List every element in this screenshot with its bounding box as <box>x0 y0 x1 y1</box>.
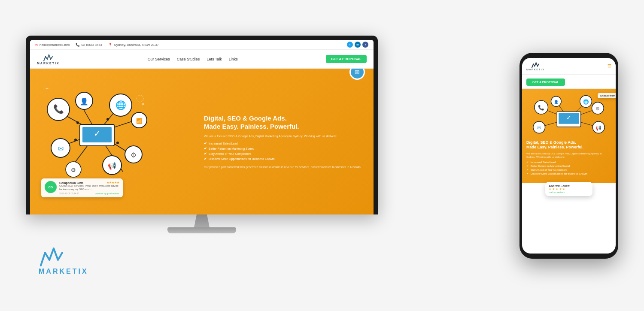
phone-bullet-2: ✔Better Return on Marketing Spend <box>526 164 611 167</box>
popup-stars: ★ ★ ★ ★ ★ <box>549 187 589 191</box>
hero-right: ✉ Digital, SEO & Google Ads. Made Easy. … <box>200 114 367 169</box>
phone-nav: MARKETIX ≡ <box>522 58 616 75</box>
phone-cta-bar: GET A PROPOSAL <box>522 75 616 89</box>
nav-logo: MARKETIX <box>37 53 60 65</box>
nav-link-case-studies[interactable]: Case Studies <box>177 57 200 61</box>
website-hero: + + <box>30 69 374 214</box>
svg-text:🌐: 🌐 <box>115 100 126 110</box>
svg-text:✓: ✓ <box>566 114 571 121</box>
review-content: Companion Gifts ★★★★★ GURU SEO Services.… <box>59 181 119 195</box>
desktop-mockup: ✉ hello@marketix.info 📞 02 8033 8464 📍 S… <box>26 36 378 233</box>
svg-text:✉: ✉ <box>58 145 64 152</box>
monitor-frame: ✉ hello@marketix.info 📞 02 8033 8464 📍 S… <box>26 36 378 214</box>
phone-check-4: ✔ <box>526 172 529 175</box>
phone-illustration-svg: 📞 👤 🌐 ⚙ ✉ <box>526 95 611 138</box>
email-text: hello@marketix.info <box>39 43 70 47</box>
svg-text:⚙: ⚙ <box>71 167 76 173</box>
deco-plus-1: + <box>46 86 49 92</box>
phone-check-3: ✔ <box>526 168 529 171</box>
phone-icon: 📞 <box>76 43 80 47</box>
topbar-socials: t in f <box>347 42 368 48</box>
bullet-1: ✔Increased Sales/Lead <box>204 142 367 145</box>
hero-bullets: ✔Increased Sales/Lead ✔Better Return on … <box>204 142 367 161</box>
svg-point-8 <box>76 121 79 124</box>
svg-text:⚙: ⚙ <box>595 106 600 111</box>
review-date: 2023-11-09 03:14:37 <box>59 192 79 195</box>
bullet-3: ✔Stay Ahead of Your Competitors <box>204 152 367 156</box>
check-icon-4: ✔ <box>204 157 207 161</box>
phone-cta-button[interactable]: GET A PROPOSAL <box>526 79 565 86</box>
phone-check-1: ✔ <box>526 160 529 163</box>
svg-text:📢: 📢 <box>108 162 116 170</box>
nav-link-links[interactable]: Links <box>229 57 238 61</box>
twitter-icon[interactable]: t <box>347 42 353 48</box>
illustration-svg: 📞 👤 🌐 📶 <box>37 82 157 184</box>
popup-read-reviews[interactable]: read our reviews <box>549 191 589 193</box>
svg-text:👤: 👤 <box>554 100 559 105</box>
monitor-screen: ✉ hello@marketix.info 📞 02 8033 8464 📍 S… <box>30 40 374 214</box>
nav-links: Our Services Case Studies Lets Talk Link… <box>148 57 238 61</box>
logo-svg-icon <box>43 53 53 62</box>
bottom-logo-text: MARKETIX <box>39 268 88 275</box>
svg-text:✓: ✓ <box>94 129 101 138</box>
topbar-location: 📍 Sydney, Australia, NSW 2137 <box>108 43 158 47</box>
svg-text:👤: 👤 <box>80 97 88 106</box>
hero-footer-text: Our proven 3 part framework has generate… <box>204 165 367 169</box>
phone-logo-text: MARKETIX <box>526 68 545 71</box>
phone-screen: MARKETIX ≡ GET A PROPOSAL Shoaib from <box>522 58 616 254</box>
phone-logo: MARKETIX <box>526 61 545 71</box>
phone-mockup: MARKETIX ≡ GET A PROPOSAL Shoaib from <box>519 53 618 259</box>
nav-link-services[interactable]: Our Services <box>148 57 170 61</box>
linkedin-icon[interactable]: in <box>355 42 361 48</box>
hamburger-icon[interactable]: ≡ <box>608 62 611 70</box>
phone-hero-bullets: ✔Increased Sales/Lead ✔Better Return on … <box>526 160 611 175</box>
svg-text:📢: 📢 <box>595 124 601 130</box>
phone-check-2: ✔ <box>526 164 529 167</box>
website-topbar: ✉ hello@marketix.info 📞 02 8033 8464 📍 S… <box>30 40 374 50</box>
nav-logo-text: MARKETIX <box>37 62 60 65</box>
svg-text:✉: ✉ <box>537 125 541 130</box>
hero-illustration: + + <box>37 82 157 202</box>
topbar-left: ✉ hello@marketix.info 📞 02 8033 8464 📍 S… <box>35 43 159 47</box>
right-section: MARKETIX ≡ GET A PROPOSAL Shoaib from <box>519 53 618 259</box>
review-company: Companion Gifts <box>59 181 83 184</box>
deco-dot-1 <box>142 103 144 105</box>
email-icon: ✉ <box>35 43 38 47</box>
deco-plus-2: + <box>114 94 117 100</box>
powered-by[interactable]: powered by good.reviews <box>95 192 119 195</box>
phone-text: 02 8033 8464 <box>81 43 102 47</box>
svg-point-11 <box>116 142 119 144</box>
nav-link-lets-talk[interactable]: Lets Talk <box>207 57 222 61</box>
bullet-4: ✔Discover More Opportunities for Busines… <box>204 157 367 161</box>
phone-hero-subtitle: We are a focused SEO & Google Ads, Digit… <box>526 152 611 159</box>
bottom-logo-svg <box>39 246 64 268</box>
check-icon-3: ✔ <box>204 152 207 156</box>
facebook-icon[interactable]: f <box>362 42 368 48</box>
location-icon: 📍 <box>108 43 112 47</box>
topbar-phone: 📞 02 8033 8464 <box>76 43 102 47</box>
svg-text:⚙: ⚙ <box>131 151 137 159</box>
bottom-logo: MARKETIX <box>39 246 88 275</box>
phone-hero: Shoaib from 📞 <box>522 89 616 183</box>
stand-base <box>167 227 236 233</box>
svg-point-9 <box>106 118 109 121</box>
left-section: ✉ hello@marketix.info 📞 02 8033 8464 📍 S… <box>26 36 378 275</box>
svg-text:📞: 📞 <box>53 104 64 114</box>
hero-subtitle: We are a focused SEO & Google Ads, Digit… <box>204 134 367 139</box>
hero-title: Digital, SEO & Google Ads. Made Easy. Pa… <box>204 114 367 131</box>
svg-text:🌐: 🌐 <box>583 99 589 105</box>
review-stars: ★★★★★ <box>106 181 119 184</box>
hero-badge: ✉ <box>349 69 365 80</box>
phone-bullet-4: ✔Discover More Opportunities for Busines… <box>526 172 611 175</box>
nav-cta-button[interactable]: GET A PROPOSAL <box>326 55 367 63</box>
topbar-email: ✉ hello@marketix.info <box>35 43 70 47</box>
review-card: CG Companion Gifts ★★★★★ GURU SEO Servic… <box>41 178 123 197</box>
svg-point-10 <box>74 139 77 141</box>
phone-logo-svg <box>531 61 540 68</box>
phone-hero-title: Digital, SEO & Google Ads. Made Easy. Pa… <box>526 140 611 150</box>
monitor-stand <box>26 214 378 233</box>
hero-left: + + <box>37 82 200 202</box>
phone-review-popup: Andrew Eckett ★ ★ ★ ★ ★ read our reviews <box>545 182 592 196</box>
check-icon-1: ✔ <box>204 142 207 145</box>
bullet-2: ✔Better Return on Marketing Spend <box>204 147 367 151</box>
